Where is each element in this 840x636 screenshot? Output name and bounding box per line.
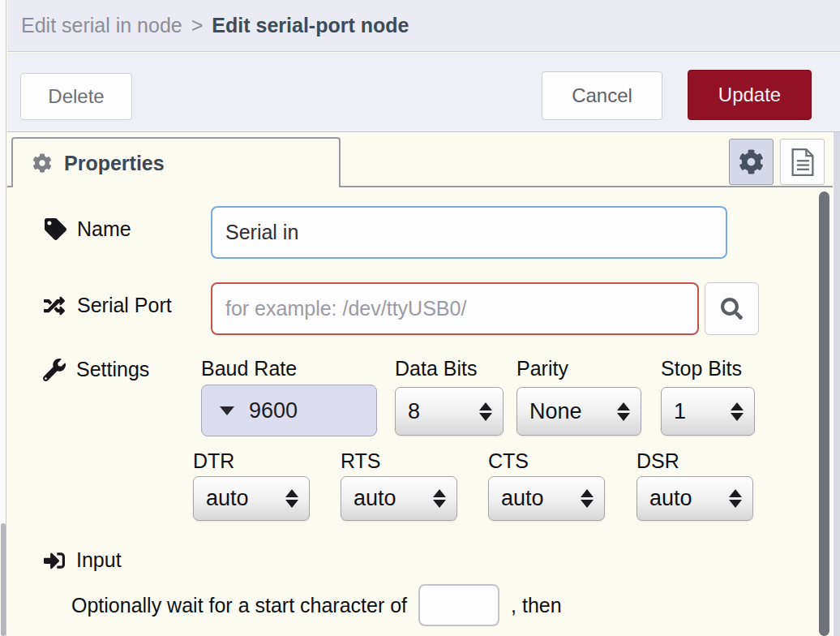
search-icon (721, 298, 743, 320)
update-button[interactable]: Update (688, 70, 812, 120)
rts-value: auto (354, 486, 396, 511)
doc-icon (791, 148, 815, 177)
node-settings-button[interactable] (729, 139, 774, 185)
wait-start-character-row: Optionally wait for a start character of… (71, 584, 562, 626)
dsr-value: auto (649, 486, 692, 511)
dsr-label: DSR (636, 449, 679, 473)
input-section-label: Input (43, 548, 122, 572)
data-bits-value: 8 (408, 399, 420, 424)
name-field[interactable] (211, 206, 727, 259)
parity-value: None (529, 399, 582, 424)
name-field-label: Name (45, 217, 131, 241)
baud-rate-value: 9600 (249, 398, 298, 423)
rts-label: RTS (341, 449, 381, 473)
node-info-button[interactable] (780, 139, 825, 185)
vertical-scrollbar-thumb[interactable] (819, 191, 829, 636)
stop-bits-value: 1 (674, 399, 686, 424)
cts-value: auto (501, 486, 544, 511)
wait-text-after: , then (511, 594, 562, 617)
window-right-edge (833, 132, 840, 636)
breadcrumb-current: Edit serial-port node (212, 14, 409, 37)
breadcrumb-parent: Edit serial in node (21, 14, 182, 37)
serial-port-field[interactable] (211, 282, 699, 335)
rts-select[interactable]: auto (341, 476, 457, 521)
tag-icon (45, 218, 66, 240)
tab-properties[interactable]: Properties (11, 137, 341, 187)
select-stepper-arrows (617, 402, 630, 421)
parity-select[interactable]: None (516, 387, 641, 436)
dsr-select[interactable]: auto (636, 476, 753, 521)
dialog-header: Edit serial in node > Edit serial-port n… (7, 0, 840, 52)
parity-label: Parity (516, 357, 568, 380)
serial-port-search-button[interactable] (705, 282, 759, 335)
tab-properties-label: Properties (64, 152, 165, 175)
dtr-label: DTR (193, 449, 234, 473)
cts-select[interactable]: auto (488, 476, 605, 521)
data-bits-select[interactable]: 8 (395, 387, 504, 436)
select-stepper-arrows (581, 489, 594, 508)
cts-label: CTS (488, 449, 529, 473)
caret-down-icon (220, 406, 234, 415)
delete-button[interactable]: Delete (20, 73, 132, 120)
window-left-edge (0, 0, 6, 636)
start-character-field[interactable] (418, 584, 499, 626)
baud-rate-label: Baud Rate (201, 357, 297, 380)
wait-text-before: Optionally wait for a start character of (71, 594, 407, 617)
select-stepper-arrows (433, 489, 446, 508)
data-bits-label: Data Bits (395, 357, 477, 380)
dtr-value: auto (206, 486, 249, 511)
left-scrollbar-thumb[interactable] (1, 523, 6, 636)
select-stepper-arrows (479, 402, 492, 421)
cancel-button[interactable]: Cancel (542, 71, 662, 120)
gear-icon (32, 153, 52, 173)
stop-bits-label: Stop Bits (661, 357, 742, 380)
select-stepper-arrows (731, 402, 744, 421)
serial-port-field-label: Serial Port (42, 294, 172, 317)
sign-in-icon (43, 550, 66, 571)
select-stepper-arrows (285, 489, 298, 508)
dialog-toolbar: Delete Cancel Update (7, 53, 840, 132)
settings-section-label: Settings (43, 358, 149, 381)
breadcrumb-separator: > (191, 14, 204, 37)
gear-icon (739, 149, 764, 174)
wrench-icon (43, 359, 66, 381)
baud-rate-select[interactable]: 9600 (201, 385, 377, 436)
dtr-select[interactable]: auto (193, 476, 310, 521)
select-stepper-arrows (729, 489, 742, 508)
shuffle-icon (42, 295, 66, 316)
stop-bits-select[interactable]: 1 (661, 387, 755, 436)
